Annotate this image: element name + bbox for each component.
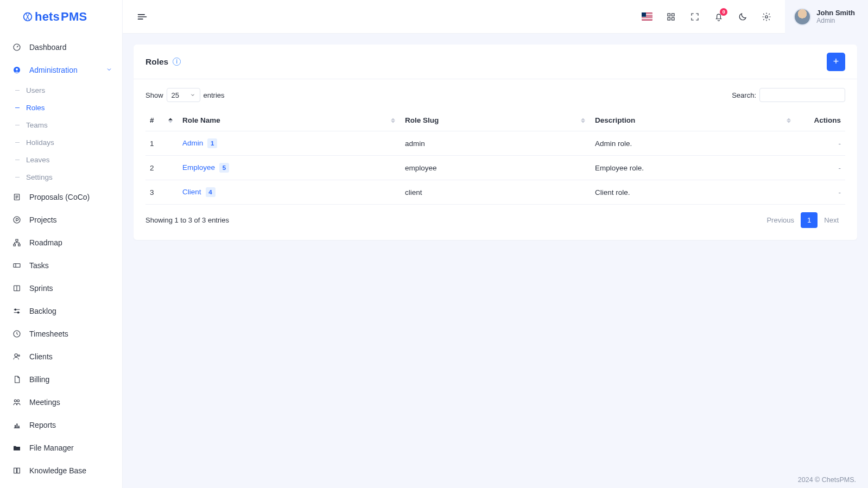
fullscreen-button[interactable] — [689, 11, 700, 22]
sidebar-item-timesheets[interactable]: Timesheets — [0, 322, 122, 345]
show-label: Show — [145, 91, 163, 99]
sidebar-item-administration[interactable]: Administration — [0, 59, 122, 81]
table-row: 1 Admin1 admin Admin role. - — [145, 131, 845, 156]
sidebar-item-label: Timesheets — [29, 329, 112, 338]
role-link[interactable]: Employee — [182, 163, 215, 172]
content: Roles i + Show 25 entries — [123, 34, 868, 488]
sidebar-item-label: Clients — [29, 352, 112, 361]
hamburger-icon — [137, 11, 148, 22]
entries-select[interactable]: 25 — [167, 88, 200, 102]
sidebar-item-label: Sprints — [29, 284, 112, 293]
user-menu-button[interactable]: John Smith Admin — [785, 0, 868, 34]
file-icon — [12, 375, 22, 384]
sidebar-item-label: Proposals (CoCo) — [29, 193, 112, 201]
svg-rect-22 — [672, 14, 675, 16]
sidebar-item-knowledge-base[interactable]: Knowledge Base — [0, 459, 122, 482]
sidebar-item-file-manager[interactable]: File Manager — [0, 436, 122, 459]
sidebar-item-label: Reports — [29, 421, 112, 429]
role-count-badge: 4 — [206, 187, 216, 197]
user-name: John Smith — [816, 9, 855, 17]
header: 0 John Smith Admin — [123, 0, 868, 34]
add-role-button[interactable]: + — [827, 53, 845, 71]
svg-rect-8 — [18, 244, 20, 246]
sidebar-item-sprints[interactable]: Sprints — [0, 277, 122, 300]
sidebar-item-reports[interactable]: Reports — [0, 414, 122, 436]
col-role-name[interactable]: Role Name — [178, 110, 401, 131]
sidebar-sub-teams[interactable]: Teams — [0, 116, 122, 134]
svg-rect-9 — [14, 264, 20, 268]
sidebar-sub-users[interactable]: Users — [0, 81, 122, 99]
entries-label: entries — [204, 91, 225, 99]
role-link[interactable]: Admin — [182, 139, 203, 147]
role-link[interactable]: Client — [182, 188, 201, 196]
sidebar-item-label: Administration — [29, 66, 98, 74]
apps-button[interactable] — [666, 11, 676, 22]
sidebar-item-label: Roles — [26, 104, 45, 112]
user-icon — [12, 352, 22, 362]
svg-point-14 — [15, 354, 17, 357]
sidebar-item-dashboard[interactable]: Dashboard — [0, 36, 122, 59]
sidebar-item-projects[interactable]: Projects — [0, 208, 122, 231]
svg-point-15 — [18, 355, 20, 357]
user-circle-icon — [12, 65, 22, 75]
notification-badge: 0 — [720, 8, 727, 16]
sidebar-item-meetings[interactable]: Meetings — [0, 391, 122, 414]
logo[interactable]: hetsPMS — [0, 0, 122, 34]
sidebar-item-billing[interactable]: Billing — [0, 368, 122, 391]
chart-icon — [12, 420, 22, 430]
role-count-badge: 1 — [207, 138, 217, 148]
language-button[interactable] — [642, 11, 652, 22]
pager-prev[interactable]: Previous — [760, 212, 801, 228]
col-role-slug[interactable]: Role Slug — [401, 110, 591, 131]
sidebar-item-label: Teams — [26, 121, 48, 129]
sidebar-item-label: Dashboard — [29, 43, 112, 52]
flag-us-icon — [642, 12, 652, 21]
sidebar-item-label: Settings — [26, 173, 53, 181]
sidebar-item-clients[interactable]: Clients — [0, 345, 122, 368]
sidebar-item-label: Billing — [29, 375, 112, 384]
menu-toggle-button[interactable] — [137, 11, 149, 23]
sidebar-sub-leaves[interactable]: Leaves — [0, 151, 122, 168]
roles-card: Roles i + Show 25 entries — [134, 45, 857, 240]
sidebar-sub-holidays[interactable]: Holidays — [0, 134, 122, 151]
sidebar-item-tasks[interactable]: Tasks — [0, 254, 122, 277]
dark-mode-button[interactable] — [737, 11, 748, 22]
grid-icon — [666, 12, 676, 22]
sidebar-item-label: Tasks — [29, 261, 112, 270]
cell-actions: - — [796, 180, 845, 205]
sidebar-item-label: Users — [26, 86, 45, 94]
sidebar-item-label: File Manager — [29, 443, 112, 452]
sidebar-sub-roles[interactable]: Roles — [0, 99, 122, 116]
cell-slug: admin — [401, 131, 591, 156]
dash-icon — [15, 160, 20, 160]
svg-point-5 — [14, 217, 20, 223]
sidebar-item-roadmap[interactable]: Roadmap — [0, 231, 122, 254]
svg-point-25 — [765, 15, 768, 18]
cell-slug: employee — [401, 156, 591, 180]
chevron-down-icon — [106, 66, 112, 74]
sidebar-sub-settings[interactable]: Settings — [0, 168, 122, 186]
col-description[interactable]: Description — [591, 110, 796, 131]
cell-desc: Client role. — [591, 180, 796, 205]
gauge-icon — [12, 42, 22, 52]
search-input[interactable] — [759, 88, 845, 102]
info-icon[interactable]: i — [173, 58, 181, 66]
pagination: Previous 1 Next — [760, 212, 845, 228]
settings-button[interactable] — [761, 11, 772, 22]
sidebar-item-proposals[interactable]: Proposals (CoCo) — [0, 186, 122, 208]
col-index[interactable]: # — [145, 110, 178, 131]
dash-icon — [15, 90, 20, 91]
notifications-button[interactable]: 0 — [713, 11, 724, 22]
avatar — [794, 8, 811, 26]
circle-p-icon — [12, 215, 22, 225]
sidebar-item-label: Holidays — [26, 138, 54, 147]
cell-index: 2 — [145, 156, 178, 180]
svg-point-3 — [16, 68, 18, 71]
sidebar-item-label: Leaves — [26, 156, 50, 164]
entries-length: Show 25 entries — [145, 88, 225, 102]
sidebar-item-backlog[interactable]: Backlog — [0, 300, 122, 322]
pager-page-1[interactable]: 1 — [801, 212, 818, 228]
pager-next[interactable]: Next — [818, 212, 845, 228]
sidebar-item-label: Backlog — [29, 307, 112, 315]
svg-point-16 — [14, 400, 16, 402]
